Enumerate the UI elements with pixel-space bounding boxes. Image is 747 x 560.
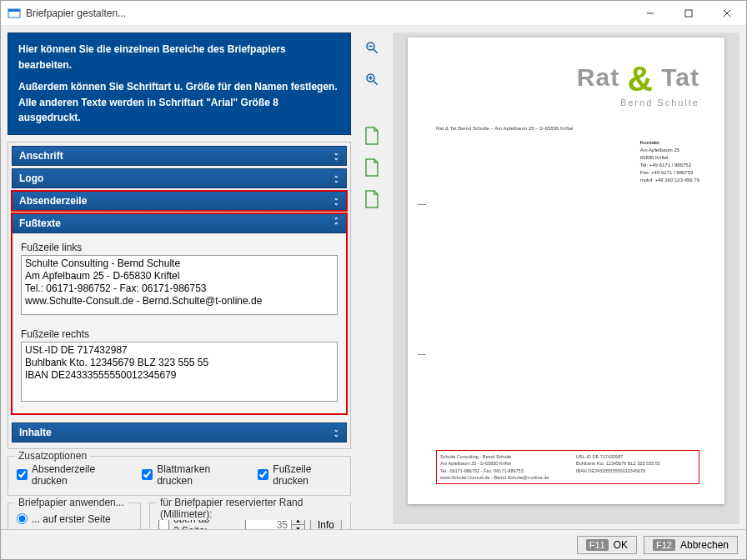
checkbox[interactable] <box>142 469 153 480</box>
svg-line-7 <box>374 49 378 53</box>
section-logo[interactable]: Logo ⌄⌄ <box>12 168 347 188</box>
zusatzoptionen-group: Zusatzoptionen Absenderzeile drucken Bla… <box>8 456 351 496</box>
fold-mark <box>418 354 426 355</box>
footer-preview: Schulte Consulting - Bernd Schulte Am Ap… <box>436 450 699 484</box>
group-legend: für Briefpapier reservierter Rand (Milli… <box>157 497 350 520</box>
section-label: Inhalte <box>19 427 52 438</box>
fusszeile-rechts-label: Fußzeile rechts <box>21 328 338 340</box>
spin-down-icon[interactable]: ▼ <box>291 525 304 529</box>
radio-first-page[interactable]: ... auf erster Seite <box>17 513 111 525</box>
section-label: Fußtexte <box>19 218 61 229</box>
svg-rect-1 <box>8 9 20 12</box>
group-legend: Zusatzoptionen <box>15 450 90 462</box>
section-fusstexte[interactable]: Fußtexte ⌃⌃ <box>12 213 347 233</box>
expand-icon: ⌄⌄ <box>333 428 339 438</box>
fold-mark <box>418 204 426 205</box>
info-box: Hier können Sie die einzelnen Bereiche d… <box>8 32 351 135</box>
svg-rect-3 <box>685 10 692 17</box>
info-line: Alle anderen Texte werden in Schriftart … <box>18 95 340 126</box>
accordion: Anschrift ⌄⌄ Logo ⌄⌄ <box>8 142 351 449</box>
fusszeile-rechts-input[interactable]: USt.-ID DE 717432987 Buhlbank Kto. 12345… <box>21 342 338 402</box>
close-button[interactable] <box>708 1 746 26</box>
page-thumbnail[interactable] <box>362 189 382 209</box>
ok-button[interactable]: F11 OK <box>577 536 637 554</box>
fusszeile-links-label: Fußzeile links <box>21 242 338 253</box>
page-preview: Rat & Tat Bernd Schulte Rat & Tat Bernd … <box>408 38 724 504</box>
checkbox[interactable] <box>17 469 28 480</box>
svg-line-10 <box>374 81 378 85</box>
section-absenderzeile[interactable]: Absenderzeile ⌄⌄ <box>12 191 347 211</box>
apply-group: Briefpapier anwenden... ... auf erster S… <box>8 502 141 529</box>
window: Briefpapier gestalten... Hier können Sie… <box>0 0 747 560</box>
window-title: Briefpapier gestalten... <box>26 8 126 19</box>
page-thumbnail[interactable] <box>362 126 382 146</box>
toolbar-column <box>356 32 388 524</box>
fusstexte-body: Fußzeile links Schulte Consulting - Bern… <box>12 233 347 414</box>
expand-icon: ⌄⌄ <box>333 196 339 206</box>
check-fusszeile[interactable]: Fußzeile drucken <box>258 463 342 487</box>
fkey-badge: F11 <box>586 539 609 551</box>
button-bar: F11 OK F12 Abbrechen <box>1 529 746 559</box>
section-label: Absenderzeile <box>19 195 87 207</box>
info-line: Außerdem können Sie Schriftart u. Größe … <box>18 79 340 95</box>
section-anschrift[interactable]: Anschrift ⌄⌄ <box>12 146 347 166</box>
footer-right: USt.-ID DE 717432987 Buhlbank Kto. 12345… <box>576 453 695 481</box>
group-legend: Briefpapier anwenden... <box>15 497 128 508</box>
collapse-icon: ⌃⌃ <box>333 218 339 228</box>
titlebar: Briefpapier gestalten... <box>1 1 746 26</box>
radio[interactable] <box>17 513 28 524</box>
zoom-in-button[interactable] <box>362 69 382 89</box>
info-line: Hier können Sie die einzelnen Bereiche d… <box>18 42 340 72</box>
section-label: Logo <box>19 172 43 184</box>
sender-line: Rat & Tat Bernd Schulte – Am Apfelbaum 2… <box>436 126 573 131</box>
section-inhalte[interactable]: Inhalte ⌄⌄ <box>12 422 347 442</box>
zoom-out-button[interactable] <box>362 38 382 58</box>
checkbox[interactable] <box>258 469 268 480</box>
fusszeile-links-input[interactable]: Schulte Consulting - Bernd Schulte Am Ap… <box>21 255 338 315</box>
checkbox[interactable] <box>158 519 169 529</box>
section-label: Anschrift <box>19 150 63 162</box>
check-absenderzeile[interactable]: Absenderzeile drucken <box>17 463 123 487</box>
maximize-button[interactable] <box>669 1 708 26</box>
cancel-button[interactable]: F12 Abbrechen <box>644 536 738 554</box>
logo: Rat & Tat Bernd Schulte <box>577 59 699 108</box>
expand-icon: ⌄⌄ <box>333 151 339 161</box>
footer-left: Schulte Consulting - Bernd Schulte Am Ap… <box>440 453 559 481</box>
left-panel: Hier können Sie die einzelnen Bereiche d… <box>8 32 351 524</box>
preview-panel: Rat & Tat Bernd Schulte Rat & Tat Bernd … <box>393 32 739 524</box>
expand-icon: ⌄⌄ <box>333 173 339 183</box>
check-blattmarken[interactable]: Blattmarken drucken <box>142 463 239 487</box>
kontakt-block: Kontakt: Am Apfelbaum 25 65830 Kriftel T… <box>640 139 699 184</box>
app-icon <box>8 7 21 20</box>
fkey-badge: F12 <box>653 539 675 551</box>
margins-group: für Briefpapier reservierter Rand (Milli… <box>149 502 351 529</box>
page-thumbnail[interactable] <box>362 158 382 178</box>
minimize-button[interactable] <box>631 1 669 26</box>
